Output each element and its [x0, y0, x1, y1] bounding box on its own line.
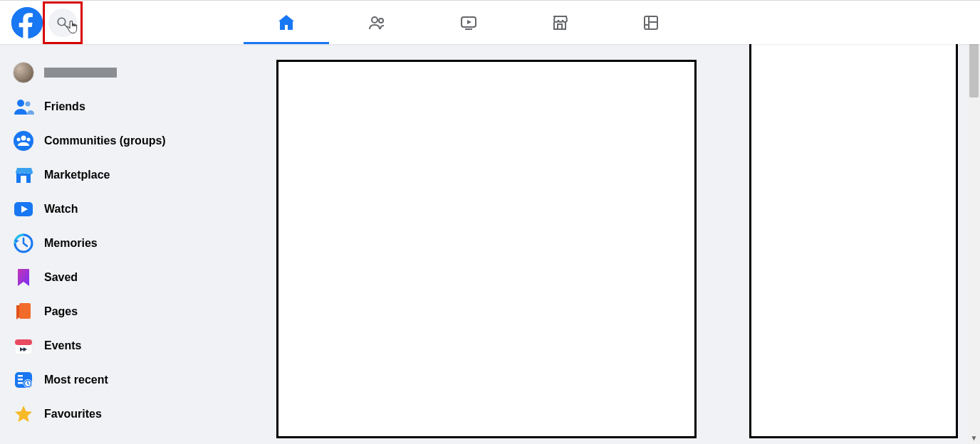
svg-point-3: [372, 17, 377, 23]
svg-point-4: [379, 18, 383, 23]
sidebar-item-watch[interactable]: Watch: [6, 192, 251, 226]
sidebar-item-profile[interactable]: [6, 56, 251, 90]
facebook-logo[interactable]: [11, 7, 43, 38]
sidebar-item-pages[interactable]: Pages: [6, 295, 251, 329]
sidebar-item-events[interactable]: Events: [6, 329, 251, 363]
sidebar-item-label: Most recent: [44, 374, 108, 386]
left-sidebar: Friends Communities (groups): [0, 44, 256, 444]
search-icon: [56, 16, 69, 29]
scroll-down-arrow[interactable]: ▼: [968, 432, 980, 444]
sidebar-item-label: Saved: [44, 271, 78, 284]
top-nav: [244, 1, 694, 44]
svg-rect-26: [18, 382, 23, 384]
svg-point-10: [26, 102, 31, 107]
right-panel-placeholder-box: [749, 3, 958, 438]
sidebar-item-most-recent[interactable]: Most recent: [6, 363, 251, 397]
feed-placeholder-box: [276, 60, 697, 438]
header-bar: [0, 0, 980, 44]
svg-point-12: [21, 136, 26, 141]
watch-icon: [13, 199, 34, 220]
marketplace-icon: [13, 164, 34, 186]
groups-icon: [13, 130, 34, 152]
events-icon: [13, 335, 34, 356]
memories-icon: [13, 233, 34, 254]
nav-friends[interactable]: [335, 1, 420, 44]
sidebar-item-label: Marketplace: [44, 169, 110, 181]
nav-watch[interactable]: [426, 1, 511, 44]
header-left: [0, 7, 77, 38]
saved-icon: [13, 267, 34, 288]
svg-rect-25: [18, 379, 23, 381]
sidebar-item-marketplace[interactable]: Marketplace: [6, 158, 251, 192]
svg-point-14: [27, 138, 31, 142]
nav-gaming[interactable]: [608, 1, 694, 44]
nav-home[interactable]: [244, 1, 329, 44]
svg-point-11: [14, 131, 33, 151]
pages-icon: [13, 301, 34, 322]
svg-point-22: [23, 349, 25, 351]
home-icon: [276, 13, 296, 33]
facebook-f-icon: [11, 7, 43, 38]
svg-rect-7: [558, 24, 562, 29]
gaming-icon: [641, 13, 661, 33]
favourites-icon: [13, 403, 34, 425]
scroll-track[interactable]: [968, 12, 980, 432]
sidebar-item-label: Pages: [44, 305, 78, 318]
marketplace-icon: [550, 13, 570, 33]
sidebar-item-friends[interactable]: Friends: [6, 90, 251, 124]
sidebar-item-memories[interactable]: Memories: [6, 226, 251, 260]
content-area: Friends Communities (groups): [0, 44, 980, 444]
sidebar-item-label: Memories: [44, 237, 98, 250]
svg-point-9: [17, 100, 24, 107]
svg-rect-24: [18, 375, 23, 377]
svg-point-13: [17, 138, 21, 142]
friends-icon: [13, 96, 34, 117]
recent-icon: [13, 369, 34, 391]
sidebar-item-label: Watch: [44, 203, 78, 216]
sidebar-item-favourites[interactable]: Favourites: [6, 397, 251, 431]
sidebar-item-label: Favourites: [44, 408, 102, 421]
watch-icon: [459, 13, 479, 33]
vertical-scrollbar[interactable]: ▲ ▼: [968, 0, 980, 444]
sidebar-item-label: Friends: [44, 100, 85, 113]
svg-line-2: [64, 24, 68, 28]
svg-rect-19: [19, 303, 31, 319]
sidebar-item-label: Events: [44, 339, 81, 352]
friends-icon: [368, 13, 387, 33]
nav-marketplace[interactable]: [517, 1, 603, 44]
sidebar-item-label: Communities (groups): [44, 134, 166, 147]
profile-name-redacted: [44, 68, 117, 78]
search-button[interactable]: [48, 9, 77, 37]
svg-rect-21: [15, 339, 32, 345]
avatar: [13, 62, 34, 83]
svg-rect-16: [21, 176, 26, 183]
main-area: [256, 44, 980, 444]
sidebar-item-saved[interactable]: Saved: [6, 260, 251, 295]
sidebar-item-communities[interactable]: Communities (groups): [6, 124, 251, 158]
